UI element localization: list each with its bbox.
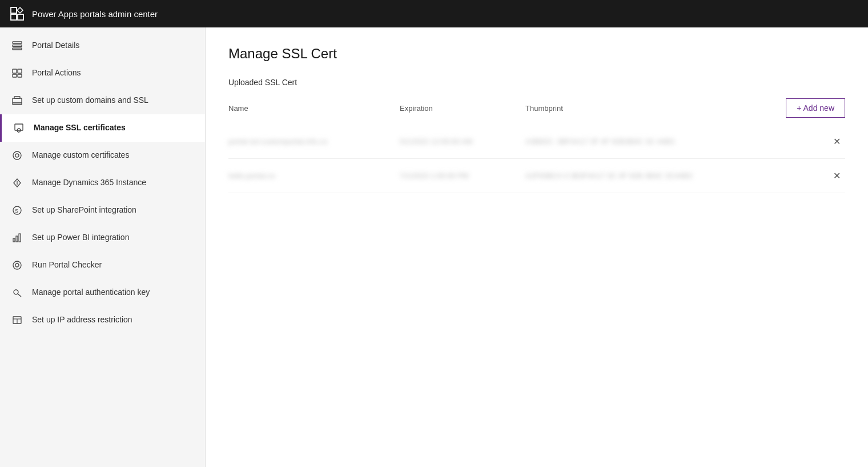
svg-rect-5 <box>13 45 22 47</box>
cell-expiration-2: 7/1/2023 1:00:00 PM <box>400 171 525 180</box>
svg-rect-3 <box>18 14 23 20</box>
sidebar-item-auth-key[interactable]: Manage portal authentication key <box>0 279 205 306</box>
col-header-name: Name <box>228 104 400 113</box>
svg-point-29 <box>14 290 18 294</box>
table-row: hello-portal.co 7/1/2023 1:00:00 PM A2F9… <box>228 159 845 193</box>
auth-icon <box>11 287 23 298</box>
sidebar-item-sharepoint-label: Set up SharePoint integration <box>32 205 136 216</box>
domains-icon <box>11 95 23 106</box>
svg-rect-4 <box>13 42 22 43</box>
section-title: Uploaded SSL Cert <box>228 78 845 87</box>
sidebar-item-powerbi[interactable]: Set up Power BI integration <box>0 224 205 252</box>
main-content: Manage SSL Cert Uploaded SSL Cert Name E… <box>206 27 868 467</box>
cell-name-2: hello-portal.co <box>228 171 400 180</box>
custom-cert-icon <box>11 150 23 161</box>
dynamics-icon <box>11 177 23 189</box>
checker-icon <box>11 260 23 271</box>
table-top-bar: Name Expiration Thumbprint + Add new <box>228 98 845 118</box>
svg-point-18 <box>15 154 19 157</box>
ssl-cert-table: Name Expiration Thumbprint + Add new por… <box>228 98 845 193</box>
delete-row-2-button[interactable]: ✕ <box>829 168 845 183</box>
sidebar-item-portal-details[interactable]: Portal Details <box>0 32 205 59</box>
sidebar-item-powerbi-label: Set up Power BI integration <box>32 232 129 244</box>
svg-rect-9 <box>13 74 17 77</box>
delete-row-1-button[interactable]: ✕ <box>829 134 845 149</box>
sidebar-item-ssl-certificates[interactable]: Manage SSL certificates <box>0 114 205 142</box>
svg-rect-14 <box>15 124 23 130</box>
sidebar-item-custom-domains-label: Set up custom domains and SSL <box>32 95 148 106</box>
svg-rect-25 <box>19 234 21 242</box>
svg-rect-7 <box>13 69 17 73</box>
col-header-thumbprint: Thumbprint <box>525 104 786 113</box>
svg-rect-12 <box>14 97 20 98</box>
sidebar-item-custom-certificates-label: Manage custom certificates <box>32 150 129 161</box>
svg-point-26 <box>13 261 21 269</box>
sidebar-item-portal-checker-label: Run Portal Checker <box>32 260 102 271</box>
svg-rect-13 <box>13 103 22 105</box>
svg-rect-6 <box>13 48 22 50</box>
svg-rect-11 <box>13 98 22 103</box>
page-title: Manage SSL Cert <box>228 46 845 62</box>
svg-point-17 <box>13 151 21 159</box>
svg-rect-23 <box>13 238 15 242</box>
sidebar: Portal Details Portal Actions Set up cus… <box>0 27 206 467</box>
sidebar-item-dynamics-instance-label: Manage Dynamics 365 Instance <box>32 177 146 189</box>
sidebar-item-dynamics-instance[interactable]: Manage Dynamics 365 Instance <box>0 169 205 197</box>
sidebar-item-custom-certificates[interactable]: Manage custom certificates <box>0 142 205 169</box>
cell-action-2: ✕ <box>799 168 845 183</box>
cell-name-1: portal-ssl-customportal.info.co <box>228 137 400 146</box>
powerbi-icon <box>11 232 23 244</box>
actions-icon <box>11 67 23 79</box>
svg-rect-0 <box>11 7 17 13</box>
sidebar-item-portal-actions[interactable]: Portal Actions <box>0 59 205 87</box>
cell-action-1: ✕ <box>799 134 845 149</box>
sidebar-item-portal-checker[interactable]: Run Portal Checker <box>0 252 205 279</box>
app-logo-icon <box>9 6 25 22</box>
svg-rect-2 <box>11 14 17 20</box>
add-new-button[interactable]: + Add new <box>786 98 845 118</box>
sidebar-item-auth-key-label: Manage portal authentication key <box>32 287 150 298</box>
app-layout: Portal Details Portal Actions Set up cus… <box>0 27 868 467</box>
col-header-action: + Add new <box>786 98 845 118</box>
app-header: Power Apps portals admin center <box>0 0 868 27</box>
sidebar-item-ip-restriction[interactable]: Set up IP address restriction <box>0 306 205 334</box>
svg-rect-10 <box>18 74 22 77</box>
svg-line-30 <box>18 294 21 297</box>
cert-icon <box>13 122 25 134</box>
svg-marker-1 <box>17 7 23 13</box>
svg-point-27 <box>15 264 19 267</box>
col-header-expiration: Expiration <box>400 104 525 113</box>
cell-thumbprint-2: A2F93BC4 4 3B3F4A17 3C 4F 92B 3B4C 3C44B… <box>525 171 799 180</box>
sidebar-item-ip-restriction-label: Set up IP address restriction <box>32 314 132 326</box>
cell-thumbprint-1: A3B92C: 3BF4A17 3F 4F 92B3B4C 3C 44B3 <box>525 137 799 146</box>
sharepoint-icon: S <box>11 205 23 216</box>
header-title: Power Apps portals admin center <box>32 9 158 19</box>
sidebar-item-custom-domains[interactable]: Set up custom domains and SSL <box>0 87 205 114</box>
sidebar-item-portal-details-label: Portal Details <box>32 40 79 51</box>
svg-rect-8 <box>18 69 22 73</box>
list-icon <box>11 40 23 51</box>
ip-icon <box>11 314 23 326</box>
svg-rect-24 <box>16 236 18 242</box>
sidebar-item-portal-actions-label: Portal Actions <box>32 67 81 79</box>
sidebar-item-sharepoint[interactable]: S Set up SharePoint integration <box>0 197 205 224</box>
sidebar-item-ssl-certificates-label: Manage SSL certificates <box>34 122 126 134</box>
table-row: portal-ssl-customportal.info.co 5/1/2022… <box>228 125 845 159</box>
cell-expiration-1: 5/1/2022 12:00:00 AM <box>400 137 525 146</box>
svg-text:S: S <box>15 208 18 214</box>
